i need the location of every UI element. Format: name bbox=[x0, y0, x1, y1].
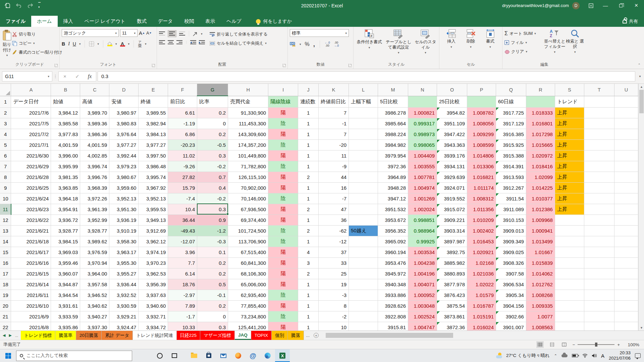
ribbon-tab-2[interactable]: 挿入 bbox=[58, 16, 79, 27]
cell[interactable]: 10 bbox=[319, 322, 349, 330]
cell[interactable]: 11.02 bbox=[168, 150, 197, 161]
cell[interactable] bbox=[584, 225, 614, 236]
cell[interactable]: 0.99925 bbox=[408, 236, 437, 247]
header-cell[interactable]: 上幅下幅 bbox=[349, 96, 378, 107]
cell[interactable]: 1.016821 bbox=[467, 172, 496, 182]
cell[interactable]: 36.44 bbox=[168, 215, 197, 225]
cell[interactable] bbox=[614, 139, 638, 150]
cell[interactable] bbox=[349, 215, 378, 225]
cell[interactable]: 上昇 bbox=[555, 129, 584, 139]
cell[interactable]: 3,944.54 bbox=[51, 290, 80, 300]
account-email[interactable]: dryyourtearswithlove1@gmail.com bbox=[502, 3, 569, 8]
cell[interactable]: 3,936.44 bbox=[109, 279, 139, 290]
header-cell[interactable]: 比率 bbox=[197, 96, 228, 107]
vertical-scrollbar[interactable]: ▲ ▼ bbox=[638, 84, 644, 330]
ribbon-tab-8[interactable]: ヘルプ bbox=[221, 16, 247, 27]
cell[interactable] bbox=[614, 118, 638, 129]
cell[interactable] bbox=[555, 268, 584, 279]
cell[interactable]: 1.014806 bbox=[467, 150, 496, 161]
cell[interactable]: 3984.982 bbox=[378, 139, 408, 150]
cell[interactable]: 3,996.74 bbox=[80, 161, 109, 172]
cell[interactable]: 3,995.74 bbox=[139, 172, 168, 182]
cell[interactable]: 2021/6/30 bbox=[11, 150, 51, 161]
cell[interactable]: 3972.36 bbox=[378, 161, 408, 172]
new-sheet-button[interactable]: + bbox=[312, 331, 320, 340]
tray-expand-icon[interactable]: ⌃ bbox=[554, 354, 557, 358]
onedrive-icon[interactable] bbox=[561, 354, 568, 357]
header-cell[interactable]: トレンド bbox=[555, 96, 584, 107]
cell[interactable] bbox=[614, 225, 638, 236]
excel-taskbar-button[interactable] bbox=[275, 349, 290, 362]
paste-button[interactable]: 貼り付け▾ bbox=[2, 30, 12, 58]
row-header-9[interactable]: 9 bbox=[0, 182, 11, 193]
cell[interactable]: 陽 bbox=[268, 172, 298, 182]
cell[interactable]: 3939.176 bbox=[437, 150, 467, 161]
cell[interactable]: 3988.224 bbox=[378, 129, 408, 139]
header-cell[interactable]: 終値 bbox=[139, 96, 168, 107]
store-button[interactable] bbox=[201, 349, 216, 362]
cell[interactable]: 1 bbox=[298, 118, 319, 129]
cell[interactable]: 0.988964 bbox=[408, 225, 437, 236]
cell[interactable]: 3986.278 bbox=[378, 107, 408, 118]
cell[interactable]: -0.5 bbox=[197, 139, 228, 150]
start-button[interactable] bbox=[0, 349, 16, 362]
cell[interactable]: 陽 bbox=[268, 257, 298, 268]
cell[interactable]: 3,949.13 bbox=[139, 215, 168, 225]
cell[interactable] bbox=[614, 300, 638, 311]
cell[interactable] bbox=[584, 182, 614, 193]
cell[interactable]: 67,936,500 bbox=[228, 204, 268, 215]
cell[interactable]: 1.009299 bbox=[467, 129, 496, 139]
cell[interactable]: 3,955.27 bbox=[109, 268, 139, 279]
cell[interactable]: 3,935.86 bbox=[51, 322, 80, 330]
cell[interactable]: 3922.808 bbox=[378, 311, 408, 322]
cell[interactable]: 0.2 bbox=[197, 268, 228, 279]
cell[interactable]: 3,967.92 bbox=[139, 182, 168, 193]
cell[interactable]: 0.1 bbox=[197, 247, 228, 257]
close-button[interactable]: × bbox=[629, 0, 644, 11]
cell[interactable]: -12 bbox=[319, 236, 349, 247]
cell[interactable]: 3917.129 bbox=[496, 118, 526, 129]
sheet-tab-8[interactable]: TOPIX bbox=[251, 331, 272, 340]
cell[interactable]: 70,902,000 bbox=[228, 182, 268, 193]
cell[interactable]: 1.015665 bbox=[526, 139, 555, 150]
header-cell[interactable]: 高値 bbox=[80, 96, 109, 107]
cell[interactable]: 3915.925 bbox=[496, 139, 526, 150]
cell[interactable] bbox=[349, 268, 378, 279]
header-cell[interactable]: 売買代金 bbox=[228, 96, 268, 107]
cell[interactable]: -7 bbox=[319, 193, 349, 204]
cell[interactable]: 3,992.44 bbox=[109, 150, 139, 161]
cell[interactable]: 3,952.13 bbox=[109, 193, 139, 204]
cell[interactable] bbox=[584, 322, 614, 330]
clear-button[interactable]: クリア▾ bbox=[504, 48, 544, 55]
align-left-icon[interactable] bbox=[159, 40, 165, 45]
cell[interactable]: 3885.982 bbox=[437, 257, 467, 268]
column-header-A[interactable]: A bbox=[11, 84, 51, 96]
cell[interactable]: 1.012386 bbox=[526, 204, 555, 215]
cell[interactable]: 3,984.12 bbox=[51, 107, 80, 118]
cell[interactable]: 3,964.18 bbox=[51, 193, 80, 204]
cell[interactable]: 3 bbox=[298, 257, 319, 268]
header-cell[interactable]: データ日付 bbox=[11, 96, 51, 107]
cell[interactable] bbox=[614, 129, 638, 139]
cell[interactable]: 70,146,000 bbox=[228, 193, 268, 204]
cell[interactable] bbox=[614, 215, 638, 225]
cell[interactable]: 1.009335 bbox=[526, 300, 555, 311]
phonetic-guide-icon[interactable]: ア亜 bbox=[138, 41, 142, 48]
cell[interactable]: 1.004747 bbox=[408, 322, 437, 330]
cell[interactable]: 陰 bbox=[268, 193, 298, 204]
cell[interactable]: 1.008268 bbox=[526, 290, 555, 300]
cell[interactable] bbox=[614, 236, 638, 247]
cell[interactable] bbox=[614, 193, 638, 204]
cell[interactable]: 3906.534 bbox=[496, 279, 526, 290]
cell[interactable]: 2021/6/18 bbox=[11, 236, 51, 247]
cell[interactable]: 3,989.62 bbox=[80, 236, 109, 247]
cell[interactable]: 2021/6/25 bbox=[11, 182, 51, 193]
cell[interactable]: 3909.013 bbox=[496, 225, 526, 236]
cell[interactable]: 3,940.60 bbox=[139, 300, 168, 311]
cell[interactable]: 1.016453 bbox=[467, 236, 496, 247]
cell[interactable] bbox=[349, 236, 378, 247]
cell[interactable]: 69,374,400 bbox=[228, 215, 268, 225]
cell[interactable]: 3,984.13 bbox=[139, 129, 168, 139]
cell[interactable]: 陽 bbox=[268, 182, 298, 193]
cell[interactable]: 3,984.15 bbox=[51, 236, 80, 247]
